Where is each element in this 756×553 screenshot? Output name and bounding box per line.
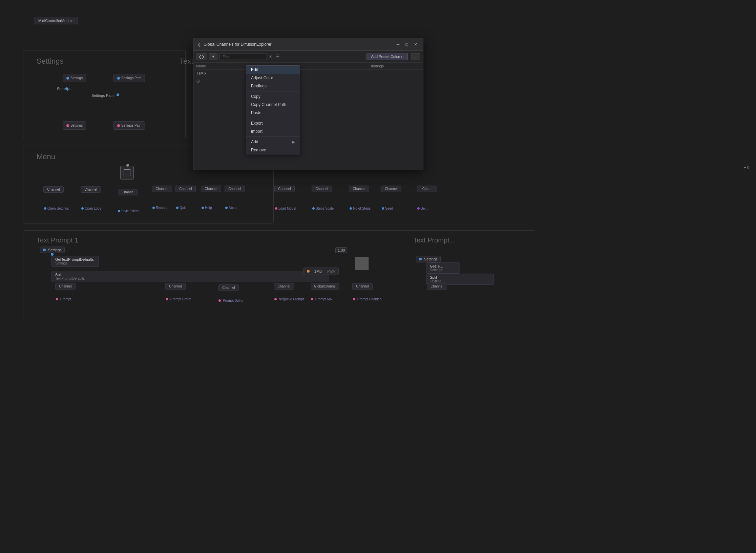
main-canvas: MidiControllerModule Settings Textu... S… [0, 0, 756, 553]
settings-path-port-blue [117, 77, 120, 80]
ctx-copy-channel-path[interactable]: Copy Channel Path [246, 101, 300, 109]
sidebar-toggle-button[interactable]: ❮❯ [196, 53, 207, 60]
settings-node-bottom[interactable]: Settings [63, 121, 86, 130]
channel-node-help[interactable]: Channel [201, 186, 221, 192]
wire-overlay [0, 0, 102, 51]
settings-path-bottom-port [117, 124, 120, 127]
channel-node-seed[interactable]: Channel [381, 186, 401, 192]
filter-input[interactable] [219, 53, 267, 60]
ctx-paste[interactable]: Paste [246, 109, 300, 117]
ctx-copy[interactable]: Copy [246, 92, 300, 101]
add-preset-column-button[interactable]: Add Preset Column [366, 53, 407, 60]
channel-node-quit[interactable]: Channel [175, 186, 196, 192]
global-channels-modal: ❮ Global Channels for DiffusionExplorer … [193, 38, 423, 170]
settings-path-inline-label: Settings Path [91, 93, 113, 98]
label-se: Se... [417, 207, 428, 210]
text-prompt-1-title: Text Prompt 1 [37, 236, 78, 244]
get-text-prompt-defaults-node[interactable]: GetTextPromptDefaults Settings [51, 256, 99, 267]
clear-filter-icon[interactable]: ✕ [269, 55, 272, 59]
t1mix-node[interactable]: T1Mix Path [303, 268, 339, 275]
split-node[interactable]: Split TextPromptDefaults [51, 271, 329, 282]
ctx-add[interactable]: Add ▶ [246, 138, 300, 146]
settings-node-top-label: Settings [70, 76, 83, 80]
ctx-remove[interactable]: Remove [246, 146, 300, 154]
modal-toolbar: ❮❯ ▼ ✕ ☰ Add Preset Column ... [193, 51, 423, 63]
ctx-import[interactable]: Import [246, 127, 300, 135]
tp2-settings-input[interactable]: Settings [416, 256, 441, 262]
tp2-get-label: GetTe... [430, 264, 456, 268]
channel-node-open-settings[interactable]: Channel [43, 186, 64, 193]
context-menu: Edit Adjust Color Bindings Copy Copy Cha… [246, 65, 300, 154]
channel-node-open-logs[interactable]: Channel [81, 186, 101, 193]
tp2-settings-label: Settings [424, 257, 438, 261]
menu-section-title: Menu [37, 152, 55, 161]
tp1-label-prompt: Prompt [56, 297, 71, 301]
row-name: T1Mix [196, 71, 247, 75]
options-icon[interactable]: ☰ [275, 54, 280, 59]
maximize-button[interactable]: □ [403, 41, 410, 48]
channel-node-steps-scale[interactable]: Channel [312, 186, 332, 192]
ctx-bindings[interactable]: Bindings [246, 82, 300, 90]
tp2-get-node[interactable]: GetTe... Settings [426, 262, 460, 274]
tp1-channel-prompt[interactable]: Channel [55, 283, 76, 290]
tp1-channel-prompt-enabled[interactable]: Channel [352, 283, 373, 290]
ctx-paste-label: Paste [251, 110, 261, 115]
ctx-sep-1 [246, 91, 300, 91]
ctx-import-label: Import [251, 129, 262, 134]
col-bindings: Bindings [370, 64, 420, 68]
tp1-label-prompt-mix: Prompt Mix [311, 297, 332, 301]
channel-node-se[interactable]: Cha... [417, 186, 437, 192]
ctx-export[interactable]: Export [246, 119, 300, 127]
channel-node-restart[interactable]: Channel [152, 186, 172, 192]
ctx-bindings-label: Bindings [251, 84, 267, 88]
label-no-of-steps: No of Steps [350, 207, 371, 210]
settings-section-title: Settings [37, 57, 64, 66]
settings-path-input-dot [117, 93, 119, 96]
label-steps-scale: Steps Scale [312, 207, 334, 210]
ctx-remove-label: Remove [251, 148, 266, 152]
row-bindings [370, 71, 420, 75]
minimize-button[interactable]: ─ [395, 41, 401, 48]
tp1-settings-input[interactable]: Settings [40, 247, 65, 253]
right-indicator: ● 0 [744, 165, 749, 169]
add-row-btn[interactable]: ⊕ [193, 77, 423, 85]
t1mix-port [307, 270, 310, 273]
more-options-button[interactable]: ... [411, 53, 420, 60]
label-open-logs: Open Logs [81, 207, 101, 210]
settings-path-node-bottom[interactable]: Settings Path [113, 121, 145, 130]
t1mix-value[interactable]: 1.00 [335, 247, 347, 253]
tp2-settings-port [419, 258, 422, 260]
label-restart: Restart [152, 206, 167, 210]
label-about: About [225, 206, 237, 210]
filter-dropdown-button[interactable]: ▼ [209, 53, 217, 60]
settings-node-top[interactable]: Settings [63, 74, 86, 82]
settings-path-node-top[interactable]: Settings Path [113, 74, 145, 82]
tp1-square-widget[interactable] [355, 257, 369, 270]
channel-node-load-model[interactable]: Channel [274, 186, 295, 192]
tp1-channel-prompt-prefix[interactable]: Channel [165, 283, 186, 290]
table-header: Name Value Bindings [193, 63, 423, 70]
tp1-channel-neg-prompt[interactable]: Channel [274, 283, 294, 290]
channel-node-style-editor[interactable]: Channel [118, 189, 138, 195]
get-text-prompt-defaults-title: GetTextPromptDefaults [55, 257, 95, 261]
t1mix-path: Path [327, 269, 335, 273]
close-button[interactable]: ✕ [412, 41, 419, 48]
channel-node-about[interactable]: Channel [225, 186, 245, 192]
table-row[interactable]: T1Mix [193, 70, 423, 77]
channel-node-no-of-steps[interactable]: Channel [349, 186, 369, 192]
settings-port-blue [66, 77, 69, 80]
tp1-global-channel[interactable]: GlobalChannel [311, 283, 339, 290]
midi-controller-node[interactable]: MidiControllerModule [34, 17, 78, 24]
tp1-settings-out-port [51, 253, 54, 256]
settings-inline-label: Settings [57, 87, 70, 91]
ctx-adjust-color[interactable]: Adjust Color [246, 74, 300, 82]
tp1-label-prompt-enabled: Prompt Enabled [353, 297, 382, 301]
label-seed: Seed [382, 207, 393, 210]
t1mix-label: T1Mix [312, 269, 322, 273]
collapse-icon[interactable]: ❮ [197, 42, 201, 47]
settings-bottom-port [66, 124, 69, 127]
tp2-channel[interactable]: Channel [427, 283, 447, 290]
ctx-edit[interactable]: Edit [246, 66, 300, 74]
tp1-channel-prompt-suffix[interactable]: Channel [218, 284, 239, 291]
ctx-copy-channel-path-label: Copy Channel Path [251, 102, 286, 107]
